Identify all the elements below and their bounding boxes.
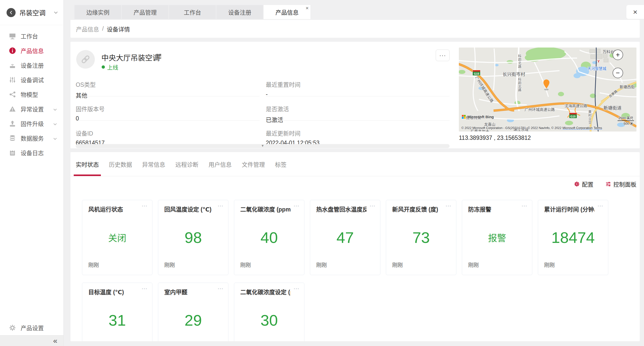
- device-status: 上线: [102, 63, 118, 71]
- sidebar-item[interactable]: 工作台: [0, 29, 63, 43]
- window-tab-label: 产品管理: [134, 8, 157, 16]
- window-tab[interactable]: 工作台: [169, 5, 216, 19]
- sidebar-item[interactable]: 固件升级: [0, 116, 63, 131]
- status-card: 热水盘管回水温度反馈 (...•••47刚刚: [310, 200, 380, 275]
- field-label: OS类型: [76, 80, 260, 89]
- detail-tab-label: 文件管理: [242, 160, 265, 168]
- window-tab[interactable]: 产品信息×: [264, 5, 310, 19]
- sliders-icon: [606, 181, 611, 187]
- card-menu-icon[interactable]: •••: [142, 287, 148, 291]
- actions: 配置 控制面板: [574, 180, 636, 188]
- map-scale: 2500 英尺 500 米: [618, 115, 634, 126]
- card-menu-icon[interactable]: •••: [294, 287, 300, 291]
- sidebar-item[interactable]: 产品信息: [0, 43, 63, 58]
- detail-tab[interactable]: 标签: [275, 152, 287, 176]
- card-value: 98: [158, 227, 228, 247]
- sidebar-item-label: 产品信息: [21, 46, 44, 55]
- field-value: -: [266, 91, 450, 98]
- card-title: 回风温度设定 (℃): [164, 205, 215, 213]
- sidebar-item-product-settings[interactable]: 产品设置: [0, 320, 63, 335]
- chevron-down-icon: [53, 121, 57, 126]
- chevron-down-icon[interactable]: [53, 10, 58, 15]
- device-field: 固件版本号0: [76, 104, 260, 129]
- page-close-button[interactable]: ×: [626, 5, 644, 19]
- map-zoom-out-button[interactable]: −: [613, 68, 623, 78]
- status-card: 累计运行时间 (分钟/mi...•••18474刚刚: [538, 200, 608, 275]
- sidebar-item[interactable]: 异常设置: [0, 102, 63, 116]
- detail-tab[interactable]: 异常信息: [142, 152, 165, 176]
- nodes-icon: [9, 91, 16, 98]
- detail-tab[interactable]: 远程诊断: [175, 152, 198, 176]
- terms-link[interactable]: Terms: [594, 126, 602, 130]
- window-tab[interactable]: 设备注册: [216, 5, 263, 19]
- sidebar-item[interactable]: 设备日志: [0, 145, 63, 160]
- detail-tab-label: 标签: [275, 160, 287, 168]
- card-menu-icon[interactable]: •••: [598, 204, 603, 208]
- minus-icon: −: [616, 69, 620, 77]
- card-menu-icon[interactable]: •••: [446, 204, 452, 208]
- status-card: 回风温度设定 (℃)•••98刚刚: [158, 200, 228, 275]
- map-copyright: © 2022 Microsoft Corporation - GS(2021)1…: [461, 126, 602, 130]
- sidebar-header: 吊装空调: [0, 0, 63, 25]
- card-menu-icon[interactable]: •••: [142, 204, 148, 208]
- map-label: 科韵北路: [517, 78, 522, 92]
- copyright-link[interactable]: Microsoft Corporation: [562, 126, 593, 130]
- more-button[interactable]: ···: [436, 50, 450, 61]
- qr-code-icon[interactable]: [156, 54, 162, 59]
- sidebar-item[interactable]: 数据服务: [0, 131, 63, 145]
- card-timestamp: 刚刚: [164, 261, 175, 268]
- card-title: 二氧化碳浓度 (ppm): [240, 205, 291, 213]
- sidebar-collapse-button[interactable]: «: [0, 335, 63, 346]
- card-menu-icon[interactable]: •••: [218, 204, 224, 208]
- highway-badge: G15: [569, 113, 577, 118]
- card-title: 二氧化碳浓度设定 (ppm): [240, 287, 291, 296]
- map-label: 沈海高速公路: [565, 103, 587, 108]
- field-label: 最近重置时间: [266, 80, 450, 89]
- sidebar-item[interactable]: 设备注册: [0, 58, 63, 72]
- card-timestamp: 刚刚: [468, 261, 479, 268]
- card-menu-icon[interactable]: •••: [218, 287, 224, 291]
- window-tab-label: 边缘实例: [86, 8, 109, 16]
- control-panel-button[interactable]: 控制面板: [606, 180, 636, 188]
- gear-icon: [574, 181, 580, 187]
- detail-tab[interactable]: 实时状态: [76, 152, 99, 176]
- bing-brand-label: Microsoft Bing: [467, 115, 494, 119]
- detail-tab[interactable]: 历史数据: [109, 152, 132, 176]
- detail-tab[interactable]: 文件管理: [242, 152, 265, 176]
- sidebar-item-label: 设备注册: [21, 61, 44, 69]
- device-field: 设备ID665814517: [76, 129, 260, 153]
- map-zoom-in-button[interactable]: +: [613, 50, 623, 60]
- back-button[interactable]: [7, 8, 16, 17]
- card-menu-icon[interactable]: •••: [370, 204, 376, 208]
- device-panel: 中央大厅吊装空调 上线 ··· OS类型其他最近重置时间-固件版本号0是否激活已…: [70, 42, 640, 148]
- configure-button[interactable]: 配置: [574, 180, 593, 188]
- arrow-left-icon: [9, 10, 14, 15]
- card-title: 新风开度反馈 (度): [392, 205, 442, 213]
- detail-tabs: 实时状态历史数据异常信息远程诊断用户信息文件管理标签: [76, 152, 297, 176]
- sidebar-item-label: 设备调试: [21, 75, 44, 84]
- collapse-icon: «: [53, 336, 57, 345]
- field-label: 是否激活: [266, 104, 450, 113]
- card-value: 关闭: [82, 227, 152, 247]
- sidebar-item[interactable]: 设备调试: [0, 72, 63, 87]
- window-tab[interactable]: 产品管理: [122, 5, 169, 19]
- scale-meters: 500 米: [618, 121, 634, 126]
- device-icon: [9, 62, 16, 69]
- card-menu-icon[interactable]: •••: [294, 204, 300, 208]
- detail-tab[interactable]: 用户信息: [209, 152, 232, 176]
- info-icon: [9, 47, 16, 54]
- device-field: OS类型其他: [76, 80, 260, 104]
- breadcrumb-parent[interactable]: 产品信息: [76, 25, 99, 33]
- window-tab[interactable]: 边缘实例: [74, 5, 121, 19]
- map-label: 长兴街岑村: [503, 71, 525, 77]
- sidebar-item[interactable]: 物模型: [0, 87, 63, 102]
- database-icon: [9, 135, 16, 142]
- card-menu-icon[interactable]: •••: [522, 204, 528, 208]
- fields-expander[interactable]: ▼: [76, 144, 450, 148]
- sidebar-item-label: 工作台: [21, 32, 38, 40]
- map[interactable]: 长兴街岑村科韵北路科韵北路万科云城天河智慧城Y新塘西街合景路广州环城高速公路广州…: [459, 48, 636, 132]
- chevron-down-icon: [53, 136, 57, 140]
- card-timestamp: 刚刚: [240, 261, 251, 268]
- tab-close-icon[interactable]: ×: [306, 5, 309, 11]
- ellipsis-icon: ···: [439, 52, 446, 59]
